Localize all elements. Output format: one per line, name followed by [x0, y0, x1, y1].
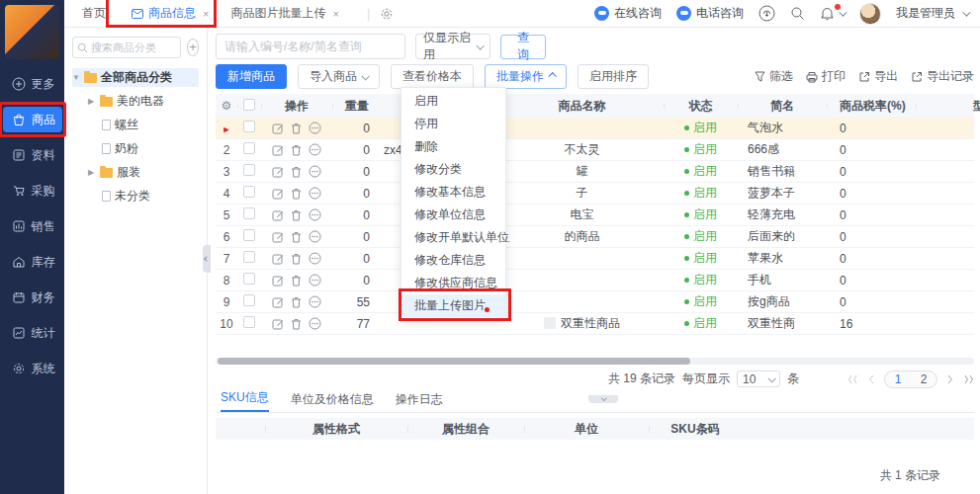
last-page-icon[interactable]	[963, 374, 974, 384]
row-checkbox[interactable]	[243, 229, 255, 241]
row-checkbox[interactable]	[243, 121, 255, 132]
notification-bell-icon[interactable]	[820, 6, 845, 22]
row-checkbox[interactable]	[243, 186, 255, 198]
more-icon[interactable]	[309, 187, 321, 200]
first-page-icon[interactable]	[847, 374, 858, 384]
delete-icon[interactable]	[291, 296, 302, 308]
tab-unit-price-info[interactable]: 单位及价格信息	[291, 391, 374, 412]
caret-expanded-icon[interactable]: ▼	[72, 73, 80, 82]
sidebar-item-more[interactable]: 更多	[3, 71, 62, 97]
category-search-input[interactable]	[91, 41, 176, 53]
page-number[interactable]: 2	[911, 371, 936, 387]
row-checkbox[interactable]	[243, 207, 255, 219]
menu-item[interactable]: 批量上传图片	[401, 294, 505, 317]
tree-node-midea[interactable]: ▶ 美的电器	[72, 92, 199, 111]
delete-icon[interactable]	[291, 188, 302, 200]
row-checkbox[interactable]	[243, 142, 255, 154]
delete-icon[interactable]	[291, 144, 302, 156]
delete-icon[interactable]	[291, 123, 302, 134]
category-search-box[interactable]	[72, 37, 181, 58]
caret-collapsed-icon[interactable]: ▶	[88, 97, 96, 106]
tab-batch-upload[interactable]: 商品图片批量上传 ×	[230, 5, 338, 22]
tree-node-clothing[interactable]: ▶ 服装	[72, 163, 199, 182]
more-icon[interactable]	[309, 143, 321, 156]
table-row[interactable]: 7 0 启用 苹果水 0	[216, 248, 974, 270]
cloud-sync-icon[interactable]	[758, 5, 775, 22]
menu-item[interactable]: 修改单位信息	[401, 204, 505, 226]
scrollbar-thumb[interactable]	[218, 358, 690, 365]
page-number[interactable]: 1	[885, 371, 911, 387]
filter-link[interactable]: 筛选	[755, 68, 793, 85]
select-all-checkbox[interactable]	[243, 99, 255, 111]
tab-product-info[interactable]: 商品信息 ×	[132, 5, 209, 22]
table-row[interactable]: 8 0 启用 手机 0	[216, 270, 974, 291]
panel-collapse-handle[interactable]	[588, 395, 618, 403]
delete-icon[interactable]	[291, 253, 302, 265]
column-settings-gear-icon[interactable]: ⚙	[216, 99, 237, 113]
table-row[interactable]: 4 0 子 启用 菠萝本子 0	[216, 183, 974, 205]
tree-node-all[interactable]: ▼ 全部商品分类	[72, 68, 199, 87]
user-menu[interactable]: 我是管理员	[896, 5, 968, 22]
sidebar-item-inventory[interactable]: 库存	[3, 249, 62, 275]
more-icon[interactable]	[309, 295, 321, 308]
horizontal-scrollbar[interactable]	[216, 358, 974, 365]
delete-icon[interactable]	[291, 275, 302, 287]
sidebar-item-system[interactable]: 系统	[3, 356, 62, 381]
row-checkbox[interactable]	[243, 273, 255, 285]
print-link[interactable]: 打印	[806, 68, 846, 85]
tab-settings-gear-icon[interactable]	[380, 7, 394, 21]
delete-icon[interactable]	[291, 209, 302, 221]
status-filter-select[interactable]: 仅显示启用	[415, 34, 490, 59]
tab-sku-info[interactable]: SKU信息	[221, 389, 269, 412]
caret-collapsed-icon[interactable]: ▶	[88, 168, 96, 177]
menu-item[interactable]: 修改供应商信息	[401, 272, 505, 294]
sidebar-item-purchase[interactable]: 采购	[3, 178, 62, 204]
tree-node-screws[interactable]: 螺丝	[72, 116, 199, 134]
export-log-link[interactable]: 导出记录	[911, 68, 974, 85]
sidebar-item-finance[interactable]: 财务	[3, 285, 62, 310]
online-consult-button[interactable]: 在线咨询	[594, 5, 662, 22]
edit-icon[interactable]	[272, 318, 284, 330]
edit-icon[interactable]	[272, 209, 284, 221]
table-row[interactable]: 3 0 罐 启用 销售书籍 0	[216, 161, 974, 183]
export-link[interactable]: 导出	[858, 68, 898, 85]
row-checkbox[interactable]	[243, 294, 255, 306]
menu-item[interactable]: 启用	[401, 90, 505, 113]
sidebar-item-products[interactable]: 商品	[3, 107, 62, 132]
prev-page-icon[interactable]	[867, 374, 875, 384]
close-icon[interactable]: ×	[203, 8, 209, 20]
menu-item[interactable]: 删除	[401, 135, 505, 158]
sidebar-item-data[interactable]: 资料	[3, 142, 62, 168]
more-icon[interactable]	[309, 252, 321, 265]
sidebar-item-statistics[interactable]: 统计	[3, 320, 62, 346]
edit-icon[interactable]	[272, 123, 284, 134]
row-checkbox[interactable]	[243, 251, 255, 263]
table-row[interactable]: 5 0 电宝 启用 轻薄充电 0	[216, 205, 974, 226]
more-icon[interactable]	[309, 230, 321, 243]
query-button[interactable]: 查询	[500, 35, 546, 59]
more-icon[interactable]	[309, 165, 321, 178]
delete-icon[interactable]	[291, 231, 302, 243]
app-logo[interactable]	[5, 5, 59, 59]
table-row[interactable]: ► 0 启用 气泡水 0	[216, 118, 974, 139]
menu-item[interactable]: 修改开单默认单位	[401, 226, 505, 249]
table-row[interactable]: 6 0 的商品 启用 后面来的 0	[216, 226, 974, 248]
tab-home[interactable]: 首页	[82, 5, 106, 22]
batch-operation-button[interactable]: 批量操作	[485, 64, 567, 89]
search-icon[interactable]	[790, 6, 805, 21]
add-product-button[interactable]: 新增商品	[216, 64, 287, 89]
next-page-icon[interactable]	[946, 374, 954, 384]
edit-icon[interactable]	[272, 275, 284, 287]
more-icon[interactable]	[309, 208, 321, 221]
edit-icon[interactable]	[272, 253, 284, 265]
edit-icon[interactable]	[272, 296, 284, 308]
table-row[interactable]: 10 77 双重性商品 启用 双重性商 16	[216, 313, 974, 335]
delete-icon[interactable]	[291, 166, 302, 178]
menu-item[interactable]: 修改仓库信息	[401, 249, 505, 272]
tree-collapse-handle[interactable]	[203, 245, 211, 273]
view-pricebook-button[interactable]: 查看价格本	[391, 64, 474, 89]
menu-item[interactable]: 修改基本信息	[401, 181, 505, 204]
add-category-button[interactable]: +	[187, 39, 199, 56]
delete-icon[interactable]	[291, 318, 302, 330]
edit-icon[interactable]	[272, 231, 284, 243]
